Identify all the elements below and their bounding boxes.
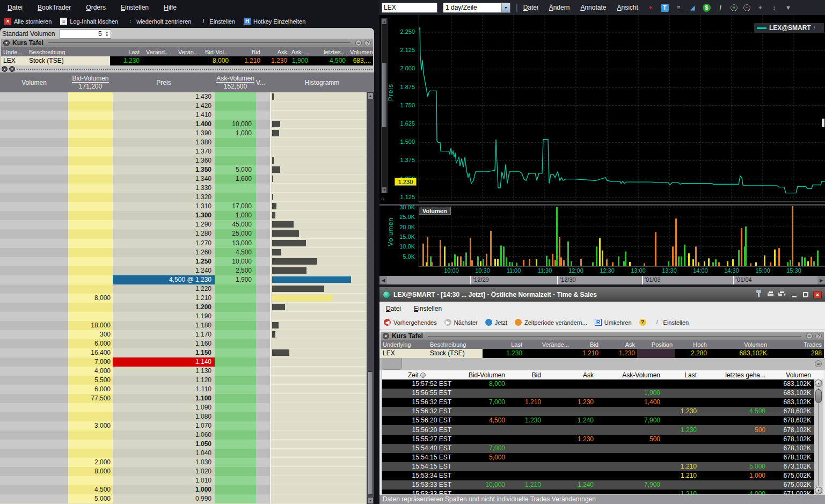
ladder-v-cell[interactable] <box>256 467 270 476</box>
ladder-v-cell[interactable] <box>256 412 270 421</box>
ladder-price-cell[interactable]: 1.420 <box>113 101 215 111</box>
ladder-v-cell[interactable] <box>256 367 270 376</box>
ladder-bid-volume-cell[interactable]: 8,000 <box>68 294 113 303</box>
ladder-v-cell[interactable] <box>256 202 270 211</box>
ladder-v-cell[interactable] <box>256 385 270 394</box>
ladder-v-cell[interactable] <box>256 339 270 348</box>
ladder-ask-volume-cell[interactable] <box>215 294 256 303</box>
ladder-price-cell[interactable]: 1.400 <box>113 120 215 129</box>
ladder-price-cell[interactable]: 1.040 <box>113 449 215 458</box>
ladder-volume-cell[interactable] <box>0 156 68 165</box>
ladder-row[interactable]: 1.3901,000 <box>0 129 367 138</box>
previous-button[interactable]: ◀Vorhergehendes <box>384 319 437 326</box>
ladder-volume-cell[interactable] <box>0 467 68 476</box>
ladder-price-cell[interactable]: 1.430 <box>113 92 215 101</box>
ladder-bid-volume-cell[interactable]: 7,000 <box>68 357 113 367</box>
ladder-price-cell[interactable]: 1.270 <box>113 239 215 248</box>
ladder-volume-cell[interactable] <box>0 412 68 421</box>
ladder-row[interactable]: 1.40010,000 <box>0 120 367 129</box>
ladder-v-cell[interactable] <box>256 458 270 467</box>
trades-row[interactable]: 15:57:52 EST8,000683,102K <box>382 379 814 389</box>
ladder-bid-volume-cell[interactable] <box>68 266 113 275</box>
ladder-v-cell[interactable] <box>256 174 270 184</box>
quote-table-row[interactable]: LEXStock (TSE)1.2301.2101.2302.280683,10… <box>381 349 824 358</box>
ladder-price-cell[interactable]: 4,500 @ 1.230 <box>113 275 215 284</box>
ladder-price-cell[interactable]: 1.250 <box>113 257 215 266</box>
ladder-ask-volume-cell[interactable] <box>215 440 256 449</box>
ladder-volume-cell[interactable] <box>0 348 68 357</box>
scroll-right-icon[interactable]: ▶ <box>817 276 825 284</box>
panel-tab[interactable] <box>382 358 402 370</box>
ladder-volume-cell[interactable] <box>0 312 68 321</box>
ladder-ask-volume-cell[interactable] <box>215 494 256 503</box>
draw-tool-icon[interactable]: / <box>717 4 725 12</box>
ladder-row[interactable]: 1.330 <box>0 184 367 193</box>
chart-menu-datei[interactable]: Datei <box>523 4 538 11</box>
ladder-v-cell[interactable] <box>256 449 270 458</box>
ladder-bid-volume-cell[interactable]: 3,000 <box>68 421 113 430</box>
ladder-price-cell[interactable]: 1.240 <box>113 266 215 275</box>
price-display-icon[interactable]: $ <box>703 4 711 12</box>
ladder-ask-volume-cell[interactable] <box>215 348 256 357</box>
ladder-row[interactable]: 7,0001.140 <box>0 357 367 367</box>
ladder-row[interactable]: 1.410 <box>0 111 367 120</box>
ladder-ask-volume-header[interactable]: Ask-Volumen 152,500 <box>215 72 256 92</box>
chevron-down-icon[interactable]: ▼ <box>501 3 510 12</box>
ladder-volume-cell[interactable] <box>0 257 68 266</box>
ladder-ask-volume-cell[interactable]: 4,500 <box>215 248 256 257</box>
collapse-panel-button[interactable]: ▼ <box>383 333 389 339</box>
ladder-price-cell[interactable]: 1.090 <box>113 403 215 412</box>
ladder-volume-cell[interactable] <box>0 449 68 458</box>
chart-menu-annotate[interactable]: Annotate <box>580 4 606 11</box>
ladder-bid-volume-cell[interactable] <box>68 138 113 147</box>
close-icon[interactable]: × <box>813 291 822 298</box>
menu-booktrader[interactable]: BookTrader <box>38 4 71 11</box>
globe-icon[interactable] <box>485 319 492 326</box>
ladder-volume-cell[interactable] <box>0 476 68 485</box>
ladder-price-cell[interactable]: 1.150 <box>113 348 215 357</box>
ladder-bid-volume-cell[interactable]: 5,000 <box>68 494 113 503</box>
ladder-row[interactable]: 1.3401,600 <box>0 174 367 184</box>
ladder-v-cell[interactable] <box>256 147 270 156</box>
ladder-bid-volume-cell[interactable] <box>68 184 113 193</box>
ladder-bid-volume-cell[interactable] <box>68 156 113 165</box>
ladder-ask-volume-cell[interactable] <box>215 458 256 467</box>
ladder-bid-volume-cell[interactable] <box>68 403 113 412</box>
ladder-volume-cell[interactable] <box>0 485 68 494</box>
ladder-bid-volume-cell[interactable]: 2,000 <box>68 458 113 467</box>
ladder-row[interactable]: 1.2604,500 <box>0 248 367 257</box>
scrollbar-thumb[interactable] <box>368 371 373 495</box>
trades-row[interactable]: 15:56:20 EST4,5001.2301.2407,900678,602K <box>382 416 814 425</box>
ladder-bid-volume-cell[interactable] <box>68 211 113 220</box>
ladder-row[interactable]: 1.080 <box>0 412 367 421</box>
ladder-price-cell[interactable]: 1.010 <box>113 476 215 485</box>
ladder-bid-volume-cell[interactable] <box>68 248 113 257</box>
ladder-price-cell[interactable]: 1.120 <box>113 376 215 385</box>
trades-header-cell[interactable]: Ask <box>544 371 597 379</box>
right-scrollbar-thumb[interactable] <box>822 119 824 127</box>
ladder-v-cell[interactable] <box>256 138 270 147</box>
ladder-row[interactable]: 1.2402,500 <box>0 266 367 275</box>
ladder-volume-cell[interactable] <box>0 147 68 156</box>
ladder-ask-volume-cell[interactable] <box>215 101 256 111</box>
ladder-bid-volume-cell[interactable] <box>68 147 113 156</box>
ladder-v-cell[interactable] <box>256 330 270 339</box>
trades-row[interactable]: 15:55:27 EST1.230500678,102K <box>382 435 814 444</box>
ladder-v-cell[interactable] <box>256 403 270 412</box>
ladder-row[interactable]: 1.040 <box>0 449 367 458</box>
ladder-bid-volume-cell[interactable] <box>68 303 113 312</box>
ladder-row[interactable]: 6,0001.110 <box>0 385 367 394</box>
ladder-ask-volume-cell[interactable] <box>215 321 256 330</box>
ladder-bid-volume-cell[interactable] <box>68 440 113 449</box>
ladder-row[interactable]: 8,0001.210 <box>0 294 367 303</box>
ladder-volume-cell[interactable] <box>0 494 68 503</box>
titlebar[interactable]: LEX@SMART - [14:30 ... Jetzt] - Östliche… <box>379 287 825 302</box>
ladder-row[interactable]: 1.090 <box>0 403 367 412</box>
collapse-icon[interactable]: ▼ <box>784 4 792 12</box>
ladder-row[interactable]: 4,500 @ 1.2301,900 <box>0 275 367 284</box>
ladder-price-cell[interactable]: 1.070 <box>113 421 215 430</box>
ladder-v-cell[interactable] <box>256 165 270 174</box>
ladder-v-cell[interactable] <box>256 193 270 202</box>
ladder-ask-volume-cell[interactable] <box>215 430 256 440</box>
volume-chart[interactable] <box>419 206 825 267</box>
